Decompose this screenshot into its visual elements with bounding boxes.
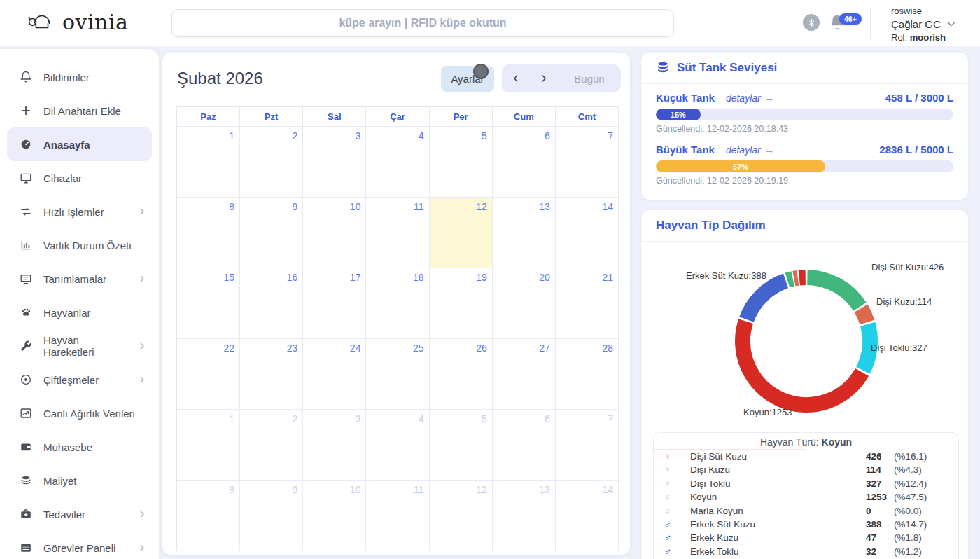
table-row[interactable]: ♂ Erkek Süt Kuzu 388 (%14.7) (654, 518, 958, 531)
animal-type-percent: (%12.4) (894, 477, 927, 490)
calendar-day-cell[interactable]: 15 (177, 268, 240, 339)
tank-details-link[interactable]: detaylar→ (726, 92, 774, 104)
male-gender-icon: ♂ (661, 518, 675, 531)
calendar-day-cell[interactable]: 28 (556, 339, 619, 410)
calendar-day-cell[interactable]: 1 (177, 410, 240, 481)
chevron-down-icon[interactable] (944, 17, 958, 34)
calendar-day-cell[interactable]: 25 (366, 339, 429, 410)
calendar-day-cell[interactable]: 6 (493, 127, 556, 198)
calendar-day-cell[interactable]: 4 (366, 127, 429, 198)
calendar-day-cell[interactable]: 22 (177, 339, 240, 410)
day-header-sal: Sal (303, 107, 366, 127)
search-input[interactable] (172, 9, 674, 37)
today-button[interactable]: Bugün (558, 64, 621, 92)
sidebar-item-bildirimler[interactable]: Bildirimler (0, 60, 159, 94)
sidebar-item-hayvanlar[interactable]: Hayvanlar (0, 296, 159, 329)
sidebar-item-çiftleşmeler[interactable]: Çiftleşmeler (0, 363, 159, 396)
calendar-day-cell[interactable]: 8 (177, 481, 240, 551)
calendar-day-cell[interactable]: 14 (556, 198, 619, 268)
animal-type-name: Erkek Kuzu (690, 531, 738, 544)
sidebar-item-maliyet[interactable]: Maliyet (0, 464, 159, 497)
calendar-day-cell[interactable]: 3 (303, 410, 366, 481)
table-row[interactable]: ♀ Dişi Süt Kuzu 426 (%16.1) (654, 450, 958, 463)
animal-type-name: Dişi Toklu (690, 477, 731, 490)
sidebar: Bildirimler Dil Anahtarı Ekle Anasayfa C… (0, 49, 160, 559)
sidebar-item-hayvan-hareketleri[interactable]: Hayvan Hareketleri (0, 329, 159, 363)
sidebar-item-cihazlar[interactable]: Cihazlar (0, 161, 159, 195)
tank-details-link[interactable]: detaylar→ (726, 144, 774, 156)
calendar-day-cell[interactable]: 7 (556, 410, 619, 481)
table-row[interactable]: ♀ Dişi Toklu 327 (%12.4) (654, 477, 958, 490)
table-row[interactable]: ♀ Maria Koyun 0 (%0.0) (654, 504, 958, 518)
user-role: Rol: moorish (891, 31, 946, 44)
sidebar-item-anasayfa[interactable]: Anasayfa (7, 127, 152, 161)
sidebar-item-varlık-durum-özeti[interactable]: Varlık Durum Özeti (0, 228, 159, 262)
donut-segment-erkek-kuzu[interactable] (788, 279, 793, 280)
calendar-day-cell[interactable]: 14 (556, 481, 619, 551)
calendar-day-cell[interactable]: 12 (430, 198, 493, 268)
calendar-day-cell[interactable]: 16 (240, 268, 303, 339)
prev-month-button[interactable] (502, 64, 530, 92)
calendar-day-cell[interactable]: 24 (303, 339, 366, 410)
sidebar-item-tedaviler[interactable]: Tedaviler (0, 497, 159, 531)
calendar-day-cell[interactable]: 13 (493, 198, 556, 268)
transfer-icon (19, 205, 33, 219)
calendar-day-cell[interactable]: 17 (303, 268, 366, 339)
user-menu[interactable]: roswise Çağlar GC Rol: moorish (891, 4, 946, 44)
calendar-day-cell[interactable]: 8 (177, 198, 240, 268)
sidebar-item-hızlı-i-şlemler[interactable]: Hızlı İşlemler (0, 195, 159, 228)
calendar-day-cell[interactable]: 23 (240, 339, 303, 410)
table-row[interactable]: ♀ Koyun 1253 (%47.5) (654, 490, 958, 504)
calendar-day-cell[interactable]: 9 (240, 198, 303, 268)
calendar-day-cell[interactable]: 9 (240, 481, 303, 551)
calendar-day-cell[interactable]: 10 (303, 481, 366, 551)
day-header-paz: Paz (177, 107, 240, 127)
next-month-button[interactable] (530, 64, 558, 92)
sidebar-item-tanımlamalar[interactable]: Tanımlamalar (0, 262, 159, 296)
calendar-day-cell[interactable]: 4 (366, 410, 429, 481)
calendar-day-cell[interactable]: 12 (430, 481, 493, 551)
bluetooth-icon[interactable] (803, 14, 820, 31)
donut-segment-other[interactable] (799, 277, 806, 278)
calendar-day-cell[interactable]: 5 (430, 410, 493, 481)
donut-label: Dişi Toklu:327 (871, 343, 927, 353)
table-row[interactable]: ♂ Erkek Kuzu 47 (%1.8) (654, 531, 958, 544)
sidebar-item-dil-anahtarı-ekle[interactable]: Dil Anahtarı Ekle (0, 94, 159, 127)
calendar-day-cell[interactable]: 13 (493, 481, 556, 551)
calendar-day-cell[interactable]: 18 (366, 268, 429, 339)
calendar-day-cell[interactable]: 27 (493, 339, 556, 410)
calendar-day-cell[interactable]: 3 (303, 127, 366, 198)
calendar-day-cell[interactable]: 7 (556, 127, 619, 198)
calendar-day-cell[interactable]: 2 (240, 127, 303, 198)
calendar-day-cell[interactable]: 1 (177, 127, 240, 198)
donut-segment-erkek-toklu[interactable] (794, 278, 797, 279)
table-row[interactable]: ♂ Erkek Toklu 32 (%1.2) (654, 545, 958, 558)
calendar-day-cell[interactable]: 11 (366, 481, 429, 551)
day-header-pzt: Pzt (240, 107, 303, 127)
donut-segment-dişi-toklu[interactable] (863, 324, 870, 371)
notification-count-badge[interactable]: 46+ (839, 13, 862, 25)
animal-type-percent: (%16.1) (894, 450, 927, 463)
donut-segment-dişi-süt-kuzu[interactable] (807, 277, 860, 307)
calendar-day-cell[interactable]: 21 (556, 268, 619, 339)
calendar-day-cell[interactable]: 20 (493, 268, 556, 339)
brand-name: ovinia (62, 10, 128, 34)
calendar-day-cell[interactable]: 5 (430, 127, 493, 198)
donut-segment-koyun[interactable] (743, 322, 862, 405)
top-bar: ovinia 46+ roswise Çağlar GC Rol: mooris… (0, 0, 980, 46)
calendar-day-cell[interactable]: 26 (430, 339, 493, 410)
calendar-day-cell[interactable]: 11 (366, 198, 429, 268)
sidebar-item-label: Tedaviler (43, 509, 85, 520)
table-row[interactable]: ♀ Dişi Kuzu 114 (%4.3) (654, 463, 958, 476)
sidebar-item-muhasebe[interactable]: Muhasebe (0, 430, 159, 464)
brand-logo[interactable]: ovinia (27, 7, 128, 36)
calendar-day-cell[interactable]: 19 (430, 268, 493, 339)
calendar-day-cell[interactable]: 2 (240, 410, 303, 481)
donut-segment-erkek-süt-kuzu[interactable] (746, 281, 785, 319)
sidebar-item-görevler-paneli[interactable]: Görevler Paneli (0, 531, 159, 559)
animal-type-count: 388 (866, 518, 882, 531)
donut-segment-dişi-kuzu[interactable] (861, 308, 867, 322)
calendar-day-cell[interactable]: 10 (303, 198, 366, 268)
sidebar-item-canlı-ağırlık-verileri[interactable]: Canlı Ağırlık Verileri (0, 396, 159, 430)
calendar-day-cell[interactable]: 6 (493, 410, 556, 481)
